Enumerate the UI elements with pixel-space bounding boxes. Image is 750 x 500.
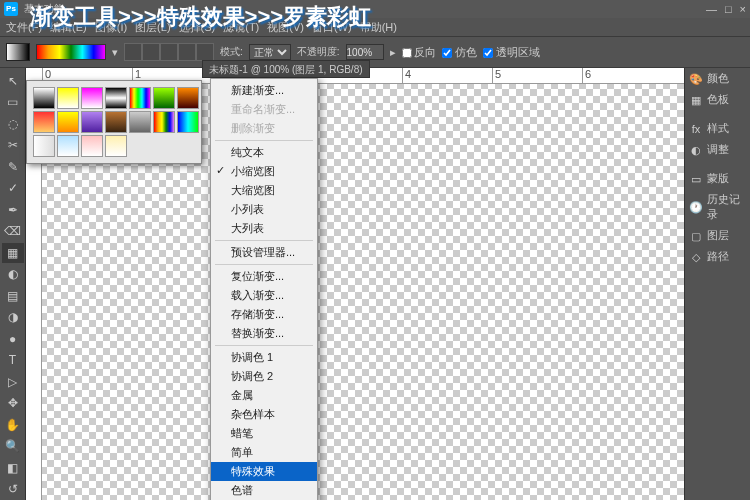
gradient-swatch-4[interactable] (129, 87, 151, 109)
tool-17[interactable]: 🔍 (2, 437, 24, 457)
gradient-swatch-9[interactable] (81, 111, 103, 133)
dither-check[interactable]: 仿色 (442, 45, 477, 60)
dock-样式[interactable]: fx样式 (685, 118, 750, 139)
tool-5[interactable]: ✓ (2, 179, 24, 199)
dock-图层[interactable]: ▢图层 (685, 225, 750, 246)
dock-icon: ◐ (689, 143, 703, 157)
tool-15[interactable]: ✥ (2, 394, 24, 414)
tool-7[interactable]: ⌫ (2, 222, 24, 242)
ctx-text-only[interactable]: 纯文本 (211, 143, 317, 162)
tool-12[interactable]: ● (2, 329, 24, 349)
workspace-label[interactable]: 基本功能 (24, 2, 64, 16)
tool-9[interactable]: ◐ (2, 265, 24, 285)
tool-16[interactable]: ✋ (2, 415, 24, 435)
ctx-pastel[interactable]: 蜡笔 (211, 424, 317, 443)
tool-10[interactable]: ▤ (2, 286, 24, 306)
transparency-check[interactable]: 透明区域 (483, 45, 540, 60)
tool-13[interactable]: T (2, 351, 24, 371)
tool-3[interactable]: ✂ (2, 136, 24, 156)
dock-icon: fx (689, 122, 703, 136)
panel-dock: 🎨颜色▦色板fx样式◐调整▭蒙版🕐历史记录▢图层◇路径 (684, 68, 750, 500)
tool-1[interactable]: ▭ (2, 93, 24, 113)
menu-window[interactable]: 窗口(W) (310, 20, 354, 35)
gradient-type-buttons (124, 43, 214, 61)
ctx-noise[interactable]: 杂色样本 (211, 405, 317, 424)
ctx-simple[interactable]: 简单 (211, 443, 317, 462)
opacity-input[interactable] (346, 44, 384, 60)
ctx-rename-gradient: 重命名渐变... (211, 100, 317, 119)
tool-4[interactable]: ✎ (2, 157, 24, 177)
gradient-swatch-3[interactable] (105, 87, 127, 109)
ctx-spectrum[interactable]: 色谱 (211, 481, 317, 500)
gradient-swatch-0[interactable] (33, 87, 55, 109)
ctx-large-thumb[interactable]: 大缩览图 (211, 181, 317, 200)
gradient-swatch-16[interactable] (81, 135, 103, 157)
ctx-load[interactable]: 载入渐变... (211, 286, 317, 305)
ctx-small-thumb[interactable]: 小缩览图 (211, 162, 317, 181)
dock-路径[interactable]: ◇路径 (685, 246, 750, 267)
gradient-swatch-2[interactable] (81, 87, 103, 109)
gradient-swatch-13[interactable] (177, 111, 199, 133)
gradient-preview[interactable] (6, 43, 30, 61)
opacity-label: 不透明度: (297, 45, 340, 59)
ctx-metal[interactable]: 金属 (211, 386, 317, 405)
dock-icon: ▢ (689, 229, 703, 243)
maximize-button[interactable]: □ (725, 3, 732, 15)
gradient-swatch-8[interactable] (57, 111, 79, 133)
gradient-picker[interactable] (36, 44, 106, 60)
ctx-small-list[interactable]: 小列表 (211, 200, 317, 219)
gradient-swatch-17[interactable] (105, 135, 127, 157)
dock-颜色[interactable]: 🎨颜色 (685, 68, 750, 89)
mode-select[interactable]: 正常 (249, 44, 291, 60)
menu-help[interactable]: 帮助(H) (358, 20, 399, 35)
gradient-radial[interactable] (142, 43, 160, 61)
ctx-special-effects[interactable]: 特殊效果 (211, 462, 317, 481)
gradient-swatch-10[interactable] (105, 111, 127, 133)
gradient-swatch-6[interactable] (177, 87, 199, 109)
gradient-swatch-15[interactable] (57, 135, 79, 157)
menu-view[interactable]: 视图(V) (265, 20, 306, 35)
mode-label: 模式: (220, 45, 243, 59)
tool-0[interactable]: ↖ (2, 71, 24, 91)
ctx-large-list[interactable]: 大列表 (211, 219, 317, 238)
reverse-check[interactable]: 反向 (402, 45, 437, 60)
tool-14[interactable]: ▷ (2, 372, 24, 392)
ctx-preset-manager[interactable]: 预设管理器... (211, 243, 317, 262)
menu-filter[interactable]: 滤镜(T) (221, 20, 261, 35)
gradient-linear[interactable] (124, 43, 142, 61)
ctx-replace[interactable]: 替换渐变... (211, 324, 317, 343)
gradient-angle[interactable] (160, 43, 178, 61)
tool-8[interactable]: ▦ (2, 243, 24, 263)
menu-layer[interactable]: 图层(L) (133, 20, 172, 35)
dock-调整[interactable]: ◐调整 (685, 139, 750, 160)
ruler-mark: 5 (492, 68, 582, 83)
minimize-button[interactable]: — (706, 3, 717, 15)
gradient-swatch-1[interactable] (57, 87, 79, 109)
ctx-new-gradient[interactable]: 新建渐变... (211, 81, 317, 100)
close-button[interactable]: × (740, 3, 746, 15)
dock-历史记录[interactable]: 🕐历史记录 (685, 189, 750, 225)
gradient-swatch-11[interactable] (129, 111, 151, 133)
gradient-swatch-14[interactable] (33, 135, 55, 157)
tool-6[interactable]: ✒ (2, 200, 24, 220)
tool-11[interactable]: ◑ (2, 308, 24, 328)
gradient-reflected[interactable] (178, 43, 196, 61)
dock-蒙版[interactable]: ▭蒙版 (685, 168, 750, 189)
gradient-swatch-5[interactable] (153, 87, 175, 109)
tool-19[interactable]: ↺ (2, 480, 24, 500)
ctx-harmonics2[interactable]: 协调色 2 (211, 367, 317, 386)
gradient-swatch-7[interactable] (33, 111, 55, 133)
gradient-diamond[interactable] (196, 43, 214, 61)
gradient-swatch-12[interactable] (153, 111, 175, 133)
ctx-harmonics1[interactable]: 协调色 1 (211, 348, 317, 367)
tool-2[interactable]: ◌ (2, 114, 24, 134)
document-tab[interactable]: 未标题-1 @ 100% (图层 1, RGB/8) (202, 60, 370, 78)
menu-select[interactable]: 选择(S) (177, 20, 218, 35)
tool-18[interactable]: ◧ (2, 458, 24, 478)
ctx-reset[interactable]: 复位渐变... (211, 267, 317, 286)
dock-色板[interactable]: ▦色板 (685, 89, 750, 110)
ctx-save[interactable]: 存储渐变... (211, 305, 317, 324)
menu-image[interactable]: 图像(I) (93, 20, 129, 35)
menu-file[interactable]: 文件(F) (4, 20, 44, 35)
menu-edit[interactable]: 编辑(E) (48, 20, 89, 35)
